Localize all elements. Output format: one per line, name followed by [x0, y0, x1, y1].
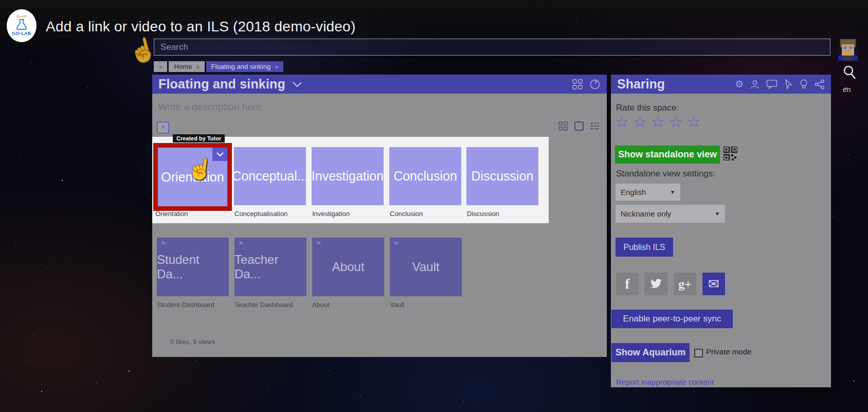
phase-label: Discussion	[467, 210, 499, 218]
page-tile-text: Student Da...	[157, 253, 229, 281]
facebook-icon: f	[625, 276, 629, 292]
show-standalone-view-button[interactable]: Show standalone view	[615, 146, 720, 164]
flag-icon: ⚑	[238, 240, 244, 247]
search-input[interactable]	[154, 39, 842, 55]
phase-label: Conceptualisation	[234, 210, 287, 218]
add-phase-button[interactable]: +	[157, 121, 169, 134]
google-plus-share-button[interactable]: g+	[674, 273, 696, 295]
phase-label: Investigation	[312, 210, 350, 218]
caret-down-icon: ▼	[670, 189, 675, 195]
phases-row: Created by Tutor Orientation ☝ Conceptua…	[152, 137, 549, 223]
sharing-header-icons: ⚙	[735, 78, 825, 90]
ils-panel: Floating and sinking Write a description…	[152, 75, 607, 357]
gear-icon[interactable]: ⚙	[735, 78, 744, 90]
user-avatar[interactable]	[838, 38, 858, 61]
page-tile-text: Teacher Da...	[234, 253, 306, 281]
ils-header: Floating and sinking	[152, 75, 607, 94]
star-icon[interactable]: ☆	[615, 113, 633, 130]
ils-header-icons	[572, 79, 601, 90]
language-indicator[interactable]: en	[843, 85, 851, 94]
page-tile-student-dashboard[interactable]: ⚑ Student Da...	[157, 238, 229, 296]
caret-down-icon: ▼	[715, 211, 720, 217]
search-bar[interactable]	[154, 39, 830, 56]
mouse-cursor-hand: ☝	[186, 155, 215, 183]
phase-label: Orientation	[155, 210, 188, 218]
twitter-icon	[650, 279, 662, 289]
show-aquarium-button[interactable]: Show Aquarium	[611, 343, 690, 362]
heart-icon[interactable]: ♡	[157, 336, 166, 348]
list-view-icon[interactable]	[590, 122, 600, 130]
video-frame: GO-LAB Add a link or video to an ILS (20…	[0, 0, 868, 412]
chevron-right-icon: >	[159, 64, 162, 70]
social-share-row: f g+ ✉	[616, 273, 725, 295]
star-icon[interactable]: ☆	[687, 113, 705, 130]
phase-tile-conceptualisation[interactable]: Conceptual...	[234, 147, 306, 205]
page-tile-text: About	[332, 260, 365, 274]
created-by-tutor-tooltip: Created by Tutor	[173, 134, 225, 142]
private-mode-checkbox[interactable]	[694, 349, 703, 357]
facebook-share-button[interactable]: f	[616, 273, 639, 295]
phase-tile-orientation[interactable]: Orientation ☝	[158, 148, 227, 206]
search-icon[interactable]	[841, 64, 858, 82]
user-icon[interactable]	[750, 79, 760, 89]
page-tile-teacher-dashboard[interactable]: ⚑ Teacher Da...	[234, 238, 306, 296]
rating-stars: ☆☆☆☆☆	[615, 113, 705, 131]
chevron-right-icon: >	[196, 64, 199, 70]
email-share-button[interactable]: ✉	[702, 273, 725, 295]
lightbulb-icon[interactable]	[799, 79, 808, 90]
share-icon[interactable]	[815, 79, 825, 89]
page-tile-text: Vault	[412, 260, 440, 274]
space-title: Floating and sinking	[158, 77, 285, 92]
star-icon[interactable]: ☆	[669, 113, 687, 130]
phase-tile-discussion[interactable]: Discussion	[466, 147, 538, 205]
page-tile-about[interactable]: ⚑ About	[312, 238, 384, 296]
report-inappropriate-link[interactable]: Report inappropriate content	[616, 378, 714, 386]
description-placeholder[interactable]: Write a description here	[158, 101, 261, 113]
breadcrumb-current[interactable]: Floating and sinking >	[206, 61, 283, 72]
phase-tile-text: Conceptual...	[232, 169, 308, 184]
flag-icon: ⚑	[160, 240, 167, 247]
pointer-icon[interactable]	[784, 79, 793, 89]
golab-logo-text: GO-LAB	[12, 31, 31, 36]
publish-ils-button[interactable]: Publish ILS	[616, 238, 673, 257]
page-label: Teacher Dashboard	[234, 301, 293, 309]
phase-tile-investigation[interactable]: Investigation	[312, 147, 384, 205]
golab-channel-avatar[interactable]: GO-LAB	[7, 9, 37, 42]
flag-icon: ⚑	[393, 240, 400, 247]
twitter-share-button[interactable]	[645, 273, 667, 295]
language-select-value: English	[621, 188, 646, 196]
sharing-title: Sharing	[617, 77, 665, 92]
breadcrumb-home[interactable]: Home >	[169, 61, 204, 72]
private-mode-label: Private mode	[706, 347, 751, 356]
flask-icon	[15, 15, 28, 31]
phase-label: Conclusion	[390, 210, 423, 218]
flag-icon: ⚑	[316, 240, 322, 247]
nickname-select[interactable]: Nickname only ▼	[616, 205, 725, 223]
view-mode-icons	[558, 121, 600, 131]
title-dropdown-icon[interactable]	[292, 81, 303, 88]
phase-tile-text: Conclusion	[393, 169, 457, 184]
breadcrumb: > Home > Floating and sinking >	[154, 61, 283, 72]
phase-tile-conclusion[interactable]: Conclusion	[389, 147, 461, 205]
clock-icon[interactable]	[589, 79, 601, 90]
envelope-icon: ✉	[708, 276, 719, 292]
peer-to-peer-sync-button[interactable]: Enable peer-to-peer sync	[611, 310, 733, 328]
phase-tile-text: Discussion	[472, 169, 534, 184]
single-view-icon[interactable]	[574, 121, 584, 131]
likes-views-text: 0 likes, 9 views	[170, 338, 215, 346]
highlight-red-box: Orientation ☝	[153, 143, 232, 211]
rate-space-label: Rate this space:	[616, 103, 679, 113]
chat-icon[interactable]	[766, 79, 777, 89]
page-tile-vault[interactable]: ⚑ Vault	[390, 238, 462, 296]
page-label: Vault	[390, 301, 405, 309]
sharing-panel: Sharing ⚙	[611, 75, 831, 387]
language-select[interactable]: English ▼	[616, 184, 680, 201]
grid-layout-icon[interactable]	[558, 121, 568, 131]
star-icon[interactable]: ☆	[633, 113, 651, 130]
page-label: About	[312, 301, 330, 309]
grid-view-icon[interactable]	[572, 79, 583, 90]
likes-views-row: ♡ 0 likes, 9 views	[157, 336, 215, 348]
qr-code-icon[interactable]	[724, 147, 737, 160]
breadcrumb-root[interactable]: >	[154, 61, 167, 72]
star-icon[interactable]: ☆	[651, 113, 669, 130]
